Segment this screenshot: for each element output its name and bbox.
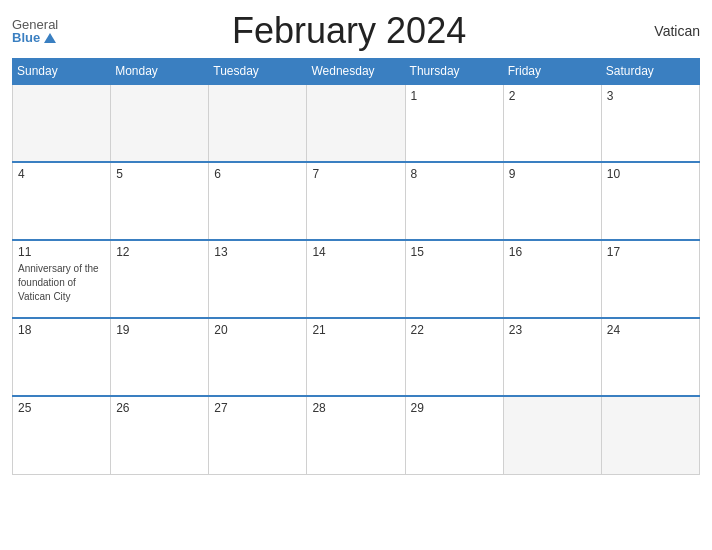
logo-triangle-icon (44, 33, 56, 43)
day-number: 27 (214, 401, 301, 415)
day-header-wednesday: Wednesday (307, 59, 405, 85)
week-row-3: 11Anniversary of the foundation of Vatic… (13, 240, 700, 318)
calendar-cell (13, 84, 111, 162)
day-header-friday: Friday (503, 59, 601, 85)
calendar-cell: 29 (405, 396, 503, 474)
day-number: 2 (509, 89, 596, 103)
day-header-sunday: Sunday (13, 59, 111, 85)
calendar-cell: 22 (405, 318, 503, 396)
calendar-cell (503, 396, 601, 474)
week-row-2: 45678910 (13, 162, 700, 240)
day-number: 19 (116, 323, 203, 337)
day-number: 25 (18, 401, 105, 415)
calendar-cell: 11Anniversary of the foundation of Vatic… (13, 240, 111, 318)
calendar-cell: 1 (405, 84, 503, 162)
day-number: 15 (411, 245, 498, 259)
day-number: 5 (116, 167, 203, 181)
location-label: Vatican (640, 23, 700, 39)
logo-blue-text: Blue (12, 31, 40, 44)
calendar-cell: 17 (601, 240, 699, 318)
day-number: 8 (411, 167, 498, 181)
day-number: 23 (509, 323, 596, 337)
day-number: 9 (509, 167, 596, 181)
day-number: 26 (116, 401, 203, 415)
calendar-cell: 5 (111, 162, 209, 240)
day-number: 16 (509, 245, 596, 259)
week-row-4: 18192021222324 (13, 318, 700, 396)
calendar-cell: 8 (405, 162, 503, 240)
calendar-cell: 15 (405, 240, 503, 318)
day-number: 11 (18, 245, 105, 259)
calendar-cell: 13 (209, 240, 307, 318)
calendar-cell: 7 (307, 162, 405, 240)
day-number: 21 (312, 323, 399, 337)
event-text: Anniversary of the foundation of Vatican… (18, 263, 99, 302)
day-number: 1 (411, 89, 498, 103)
calendar-cell: 23 (503, 318, 601, 396)
calendar-cell: 3 (601, 84, 699, 162)
calendar-cell: 6 (209, 162, 307, 240)
calendar-cell: 18 (13, 318, 111, 396)
day-number: 12 (116, 245, 203, 259)
week-row-5: 2526272829 (13, 396, 700, 474)
calendar-cell: 4 (13, 162, 111, 240)
calendar-table: SundayMondayTuesdayWednesdayThursdayFrid… (12, 58, 700, 475)
day-number: 4 (18, 167, 105, 181)
calendar-cell: 12 (111, 240, 209, 318)
calendar-cell: 14 (307, 240, 405, 318)
calendar-header: General Blue February 2024 Vatican (12, 10, 700, 52)
day-number: 6 (214, 167, 301, 181)
calendar-cell (111, 84, 209, 162)
week-row-1: 123 (13, 84, 700, 162)
day-number: 22 (411, 323, 498, 337)
day-header-tuesday: Tuesday (209, 59, 307, 85)
calendar-cell (601, 396, 699, 474)
calendar-cell: 2 (503, 84, 601, 162)
day-header-monday: Monday (111, 59, 209, 85)
calendar-cell: 9 (503, 162, 601, 240)
calendar-cell: 16 (503, 240, 601, 318)
day-number: 18 (18, 323, 105, 337)
day-number: 17 (607, 245, 694, 259)
day-number: 3 (607, 89, 694, 103)
day-header-saturday: Saturday (601, 59, 699, 85)
day-header-thursday: Thursday (405, 59, 503, 85)
calendar-cell: 26 (111, 396, 209, 474)
day-number: 14 (312, 245, 399, 259)
calendar-cell: 28 (307, 396, 405, 474)
month-title: February 2024 (58, 10, 640, 52)
calendar-cell: 24 (601, 318, 699, 396)
day-number: 13 (214, 245, 301, 259)
day-number: 28 (312, 401, 399, 415)
calendar-cell: 20 (209, 318, 307, 396)
day-number: 24 (607, 323, 694, 337)
calendar-cell: 27 (209, 396, 307, 474)
day-number: 7 (312, 167, 399, 181)
calendar-cell: 19 (111, 318, 209, 396)
day-number: 29 (411, 401, 498, 415)
days-of-week-row: SundayMondayTuesdayWednesdayThursdayFrid… (13, 59, 700, 85)
day-number: 10 (607, 167, 694, 181)
calendar-cell (209, 84, 307, 162)
calendar-container: General Blue February 2024 Vatican Sunda… (0, 0, 712, 550)
logo: General Blue (12, 18, 58, 44)
calendar-cell: 10 (601, 162, 699, 240)
calendar-cell: 21 (307, 318, 405, 396)
calendar-cell (307, 84, 405, 162)
day-number: 20 (214, 323, 301, 337)
calendar-cell: 25 (13, 396, 111, 474)
